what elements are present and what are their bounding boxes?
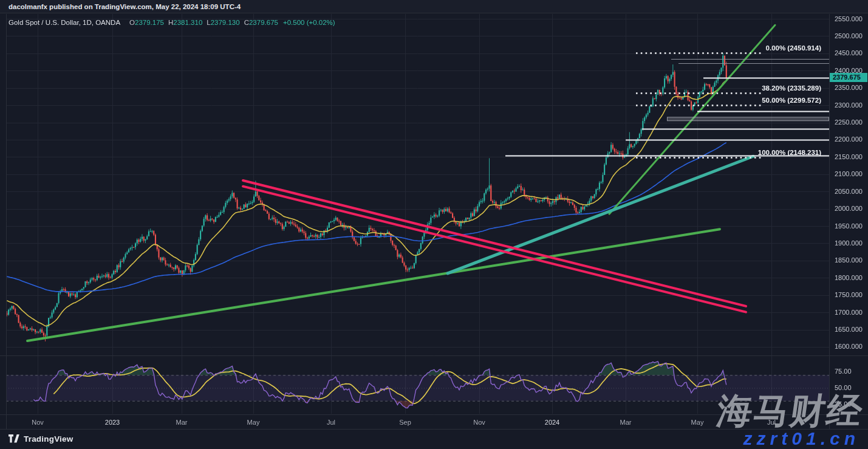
time-tick-label: Jul: [327, 419, 335, 426]
price-tick-label: 2000.000: [835, 205, 863, 212]
time-tick-label: Sep: [399, 419, 411, 426]
watermark-url: zzrt01.cn: [743, 430, 859, 448]
low-value: 2379.130: [211, 19, 240, 26]
high-value: 2381.310: [173, 19, 202, 26]
fib-level-label: 50.00% (2299.572): [762, 97, 821, 104]
time-tick-label: May: [691, 419, 704, 426]
price-tick-label: 2500.000: [835, 32, 863, 39]
time-tick-label: Nov: [473, 419, 485, 426]
price-tick-label: 1950.000: [835, 222, 863, 230]
publish-bar: dacolmanfx published on TradingView.com,…: [0, 0, 868, 13]
tradingview-logo-icon: [9, 434, 20, 444]
time-tick-label: 2023: [105, 419, 120, 426]
last-price-badge: 2379.675: [830, 73, 867, 82]
close-value: 2379.675: [249, 19, 278, 26]
close-label: C: [244, 19, 249, 26]
price-tick-label: 2350.000: [835, 84, 863, 91]
watermark-chinese: 海马财经: [715, 393, 866, 428]
open-value: 2379.175: [135, 19, 164, 26]
price-tick-label: 2200.000: [835, 135, 863, 143]
footer-branding[interactable]: TradingView: [9, 434, 73, 444]
price-tick-label: 2150.000: [835, 153, 863, 160]
symbol-legend[interactable]: Gold Spot / U.S. Dollar, 1D, OANDAO2379.…: [9, 19, 335, 26]
publish-text: dacolmanfx published on TradingView.com,…: [9, 3, 241, 10]
published-chart-page: dacolmanfx published on TradingView.com,…: [0, 0, 868, 449]
time-tick-label: Mar: [176, 419, 188, 426]
price-tick-label: 1750.000: [835, 291, 863, 298]
fib-level-label: 100.00% (2148.231): [758, 149, 821, 156]
price-tick-label: 2450.000: [835, 49, 863, 57]
last-price-value: 2379.675: [833, 74, 861, 81]
time-tick-label: May: [247, 419, 260, 426]
tradingview-logo-text: TradingView: [24, 434, 73, 444]
chart-canvas[interactable]: [0, 0, 868, 449]
open-label: O: [129, 19, 135, 26]
time-tick-label: 2024: [545, 419, 559, 426]
fib-level-label: 0.00% (2450.914): [766, 44, 821, 52]
rsi-tick-label: 75.00: [835, 368, 852, 375]
price-tick-label: 2250.000: [835, 118, 863, 126]
time-tick-label: Nov: [32, 419, 44, 426]
price-tick-label: 2050.000: [835, 188, 863, 195]
change-value: +0.500 (+0.02%): [283, 19, 335, 26]
price-tick-label: 1700.000: [835, 309, 863, 316]
price-tick-label: 2300.000: [835, 101, 863, 109]
price-tick-label: 1650.000: [835, 326, 863, 333]
price-tick-label: 1900.000: [835, 239, 863, 247]
symbol-title: Gold Spot / U.S. Dollar, 1D, OANDA: [9, 19, 120, 26]
fib-level-label: 38.20% (2335.289): [762, 84, 821, 92]
time-tick-label: Mar: [620, 419, 632, 426]
price-tick-label: 1850.000: [835, 256, 863, 264]
price-tick-label: 2100.000: [835, 170, 863, 177]
price-tick-label: 1600.000: [835, 343, 863, 350]
price-tick-label: 1800.000: [835, 274, 863, 281]
price-tick-label: 2550.000: [835, 15, 863, 22]
